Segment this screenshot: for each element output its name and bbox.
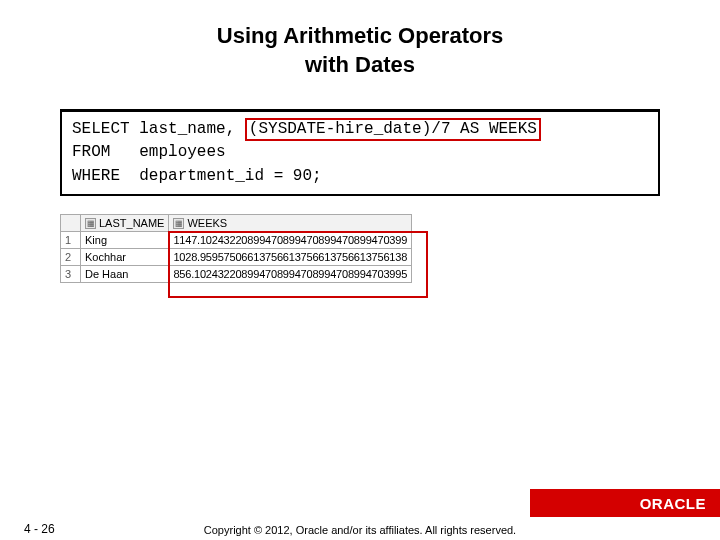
cell-lastname: De Haan xyxy=(81,266,169,283)
result-grid: ▦LAST_NAME ▦WEEKS 1 King 1147.1024322089… xyxy=(60,214,412,284)
table-row: 3 De Haan 856.10243220899470899470899470… xyxy=(61,266,412,283)
col-header-weeks: ▦WEEKS xyxy=(169,214,412,232)
sql-highlight-expression: (SYSDATE-hire_date)/7 AS WEEKS xyxy=(245,118,541,141)
rownum-header xyxy=(61,214,81,232)
kw-from: FROM xyxy=(72,143,110,161)
cell-lastname: King xyxy=(81,232,169,249)
copyright-text: Copyright © 2012, Oracle and/or its affi… xyxy=(0,524,720,536)
sql-code-box: SELECT last_name, (SYSDATE-hire_date)/7 … xyxy=(60,109,660,196)
oracle-logo: ORACLE xyxy=(640,495,706,512)
row-number: 1 xyxy=(61,232,81,249)
sql-col: last_name, xyxy=(139,120,235,138)
kw-select: SELECT xyxy=(72,120,130,138)
table-row: 2 Kochhar 1028.9595750661375661375661375… xyxy=(61,249,412,266)
cell-weeks: 1028.95957506613756613756613756613756138 xyxy=(169,249,412,266)
slide-title-line2: with Dates xyxy=(0,51,720,80)
col-header-lastname-label: LAST_NAME xyxy=(99,217,164,229)
slide-title-line1: Using Arithmetic Operators xyxy=(0,22,720,51)
cell-lastname: Kochhar xyxy=(81,249,169,266)
kw-where: WHERE xyxy=(72,167,120,185)
cell-weeks: 1147.10243220899470899470899470899470399 xyxy=(169,232,412,249)
column-icon: ▦ xyxy=(85,218,96,229)
sql-condition: department_id = 90; xyxy=(139,167,321,185)
col-header-weeks-label: WEEKS xyxy=(187,217,227,229)
sql-table: employees xyxy=(139,143,225,161)
column-icon: ▦ xyxy=(173,218,184,229)
slide-title-area: Using Arithmetic Operators with Dates xyxy=(0,0,720,99)
row-number: 2 xyxy=(61,249,81,266)
row-number: 3 xyxy=(61,266,81,283)
col-header-lastname: ▦LAST_NAME xyxy=(81,214,169,232)
table-row: 1 King 1147.1024322089947089947089947089… xyxy=(61,232,412,249)
brand-strip: ORACLE xyxy=(530,489,720,517)
table-header-row: ▦LAST_NAME ▦WEEKS xyxy=(61,214,412,232)
cell-weeks: 856.102432208994708994708994708994703995 xyxy=(169,266,412,283)
